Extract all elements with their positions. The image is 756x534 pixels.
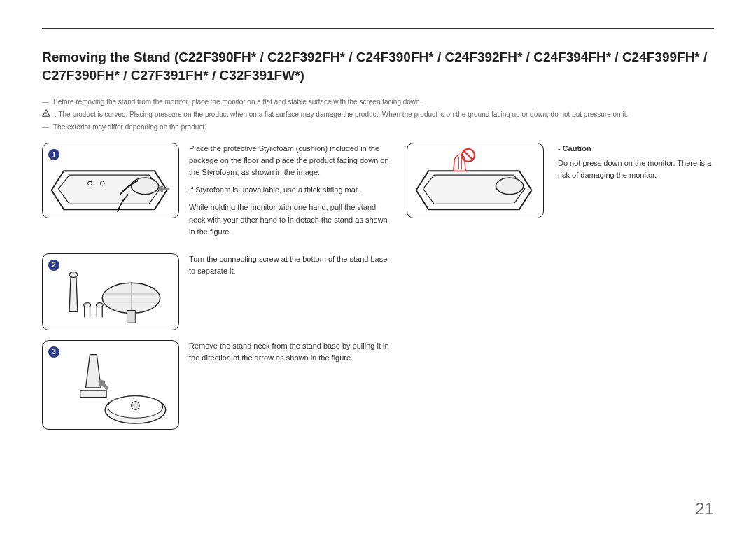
remove-neck-illustration — [43, 341, 178, 429]
step-3-text: Remove the stand neck from the stand bas… — [189, 340, 391, 370]
step-2-p1: Turn the connecting screw at the bottom … — [189, 253, 391, 277]
note-text: The exterior may differ depending on the… — [53, 122, 206, 133]
page-title: Removing the Stand (C22F390FH* / C22F392… — [42, 48, 714, 84]
notes-block: ― Before removing the stand from the mon… — [42, 97, 714, 133]
step-1: 1 — [42, 143, 391, 243]
note-line-3: ― The exterior may differ depending on t… — [42, 122, 714, 133]
prohibit-icon — [461, 148, 476, 163]
figure-step-3: 3 — [42, 340, 179, 430]
figure-caution — [407, 143, 544, 218]
svg-point-4 — [131, 178, 158, 195]
figure-step-1: 1 — [42, 143, 179, 218]
dash-icon: ― — [42, 97, 49, 108]
svg-point-9 — [96, 302, 103, 307]
step-badge-3: 3 — [48, 346, 59, 358]
svg-point-12 — [132, 401, 140, 409]
step-2: 2 — [42, 253, 391, 330]
svg-point-8 — [84, 302, 91, 307]
step-2-text: Turn the connecting screw at the bottom … — [189, 253, 391, 283]
step-1-p3: While holding the monitor with one hand,… — [189, 202, 391, 237]
caution-text-block: - Caution Do not press down on the monit… — [558, 143, 714, 181]
monitor-on-foam-illustration — [43, 143, 178, 218]
svg-point-7 — [69, 272, 78, 277]
dash-icon: ― — [42, 122, 49, 133]
svg-line-18 — [463, 151, 472, 160]
top-rule — [42, 28, 714, 29]
note-text: Before removing the stand from the monit… — [53, 97, 421, 108]
note-line-2: : The product is curved. Placing pressur… — [42, 109, 714, 120]
svg-point-1 — [46, 115, 46, 115]
warning-triangle-icon — [42, 109, 50, 118]
caution-title: - Caution — [558, 143, 714, 155]
note-text: : The product is curved. Placing pressur… — [55, 109, 628, 120]
right-column: - Caution Do not press down on the monit… — [407, 143, 714, 218]
page-number: 21 — [695, 499, 714, 519]
step-1-text: Place the protective Styrofoam (cushion)… — [189, 143, 391, 243]
svg-point-13 — [496, 178, 523, 195]
step-3-p1: Remove the stand neck from the stand bas… — [189, 340, 391, 364]
note-line-1: ― Before removing the stand from the mon… — [42, 97, 714, 108]
content-row: 1 — [42, 143, 714, 429]
step-1-p2: If Styrofoam is unavailable, use a thick… — [189, 184, 391, 196]
step-3: 3 Remove the stand — [42, 340, 391, 430]
left-column: 1 — [42, 143, 391, 429]
stand-base-screw-illustration — [43, 254, 178, 330]
manual-page: Removing the Stand (C22F390FH* / C22F392… — [0, 0, 756, 534]
caution-body: Do not press down on the monitor. There … — [558, 157, 714, 181]
step-badge-2: 2 — [48, 260, 59, 271]
step-1-p1: Place the protective Styrofoam (cushion)… — [189, 143, 391, 178]
svg-rect-6 — [127, 310, 136, 323]
figure-step-2: 2 — [42, 253, 179, 330]
